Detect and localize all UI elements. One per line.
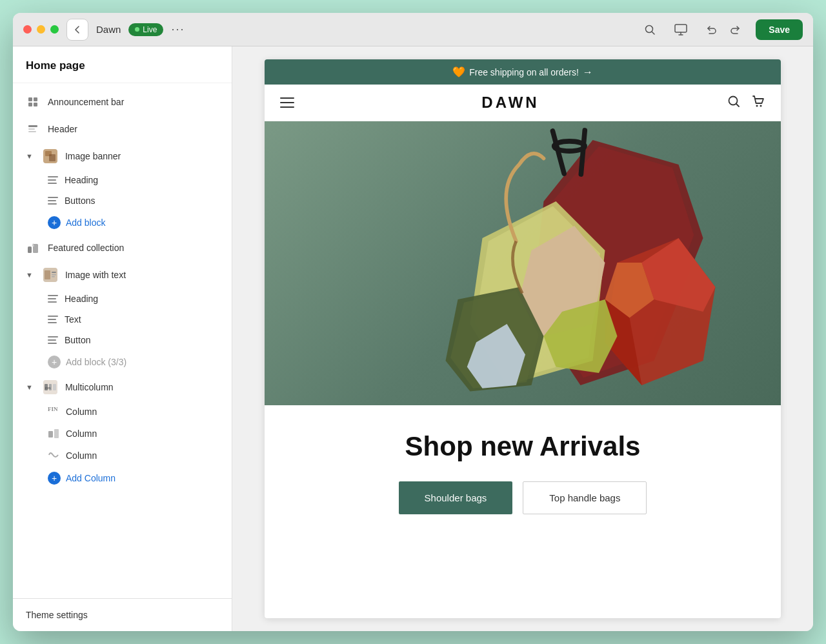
lines-icon-heading-1 [48,176,58,184]
svg-rect-5 [34,103,37,106]
expand-arrow-image-with-text: ▼ [26,271,33,279]
live-dot [135,27,139,32]
add-block-image-with-text[interactable]: + Add block (3/3) [13,350,232,374]
sidebar-subitem-heading-1[interactable]: Heading [13,170,232,190]
sidebar-label-column-2: Column [66,428,97,439]
bottom-section: Shop new Arrivals Shoulder bags Top hand… [265,405,781,540]
sidebar-item-header[interactable]: Header [13,116,232,143]
sidebar-subitem-column-2[interactable]: Column [13,423,232,445]
mac-window: Dawn Live ··· [13,13,813,631]
sidebar-label-image-with-text: Image with text [65,270,126,280]
redo-button[interactable] [725,19,745,40]
add-block-label: Add block [66,217,105,228]
store-header: DAWN [265,85,781,121]
sidebar-subitem-column-1[interactable]: FIN Column [13,401,232,423]
traffic-lights [23,25,59,34]
sidebar-item-announcement-bar[interactable]: Announcement bar [13,88,232,116]
svg-rect-8 [28,131,36,132]
header-icons [727,94,765,112]
sidebar-subitem-column-3[interactable]: Column [13,445,232,467]
sidebar-subitem-heading-2[interactable]: Heading [13,288,232,309]
bags-illustration [381,128,768,397]
expand-arrow-image-banner: ▼ [26,152,33,160]
sidebar-label-text: Text [65,314,81,325]
store-name: Dawn [96,24,121,35]
sidebar-label-column-3: Column [66,450,97,461]
sidebar-item-image-with-text[interactable]: ▼ Image with text [13,261,232,288]
shoulder-bags-button[interactable]: Shoulder bags [399,481,513,514]
top-handle-bags-button[interactable]: Top handle bags [523,481,647,514]
undo-button[interactable] [701,19,722,40]
minimize-button[interactable] [37,25,45,34]
lines-icon-text [48,316,58,323]
sidebar-item-image-banner[interactable]: ▼ Image banner [13,143,232,170]
header-icon [26,122,40,136]
add-block-3-3-label: Add block (3/3) [66,357,126,367]
sidebar-footer[interactable]: Theme settings [13,598,232,631]
svg-point-0 [646,25,653,32]
sidebar-header: Home page [13,46,232,83]
main-layout: Home page Announcement bar [13,46,813,631]
sidebar: Home page Announcement bar [13,46,232,631]
svg-text:FIN: FIN [45,387,51,390]
image-with-text-icon [43,268,57,282]
image-banner-icon [43,149,57,163]
sidebar-items: Announcement bar Header ▼ [13,83,232,598]
plus-circle-icon: + [48,216,61,229]
plus-circle-disabled-icon: + [48,356,61,368]
preview-area: 🧡 Free shipping on all orders! → DAWN [232,46,813,631]
sidebar-label-heading-2: Heading [65,294,98,304]
add-column-multicolumn[interactable]: + Add Column [13,467,232,490]
lines-icon-buttons [48,197,58,205]
expand-arrow-multicolumn: ▼ [26,383,33,391]
sidebar-label-heading-1: Heading [65,175,98,185]
col-icon-2 [48,428,59,439]
sidebar-label-button: Button [65,335,90,345]
svg-point-28 [760,105,761,106]
col-icon-1: FIN [48,406,59,418]
svg-rect-2 [28,97,32,101]
announcement-text: Free shipping on all orders! [469,67,579,77]
announcement-arrow: → [583,66,593,78]
cart-icon[interactable] [751,94,765,112]
sidebar-subitem-text[interactable]: Text [13,309,232,330]
sidebar-subitem-button[interactable]: Button [13,330,232,350]
svg-rect-22 [53,384,56,390]
store-announcement-bar: 🧡 Free shipping on all orders! → [265,59,781,85]
sidebar-item-multicolumn[interactable]: ▼ FIN Multicolumn [13,374,232,401]
svg-rect-17 [52,274,56,276]
theme-settings-button[interactable]: Theme settings [26,610,88,620]
more-options-button[interactable]: ··· [171,23,185,36]
lines-icon-button [48,336,58,344]
svg-rect-24 [48,431,53,438]
store-search-icon[interactable] [727,94,741,112]
multicolumn-icon: FIN [43,380,57,394]
maximize-button[interactable] [50,25,59,34]
svg-rect-1 [675,25,687,32]
hero-image [265,121,781,405]
live-label: Live [143,25,157,34]
col-icon-3 [48,450,59,461]
plus-circle-column-icon: + [48,472,61,485]
svg-rect-25 [54,429,59,438]
add-column-label: Add Column [66,473,116,483]
hamburger-menu[interactable] [280,97,294,108]
save-button[interactable]: Save [756,19,803,40]
svg-rect-3 [34,97,37,101]
add-block-image-banner[interactable]: + Add block [13,211,232,234]
sidebar-item-featured-collection[interactable]: Featured collection [13,234,232,261]
svg-rect-18 [52,276,55,277]
sidebar-label-column-1: Column [66,407,97,417]
featured-collection-icon [26,241,40,255]
back-button[interactable] [66,19,88,41]
sidebar-subitem-buttons[interactable]: Buttons [13,190,232,211]
svg-rect-11 [49,154,55,161]
sidebar-label-announcement-bar: Announcement bar [48,97,124,107]
svg-rect-4 [28,103,32,106]
desktop-view-button[interactable] [670,19,691,40]
svg-rect-16 [52,272,56,273]
search-button[interactable] [640,19,660,40]
sidebar-label-header: Header [48,124,77,134]
live-badge: Live [128,23,163,36]
close-button[interactable] [23,25,32,34]
